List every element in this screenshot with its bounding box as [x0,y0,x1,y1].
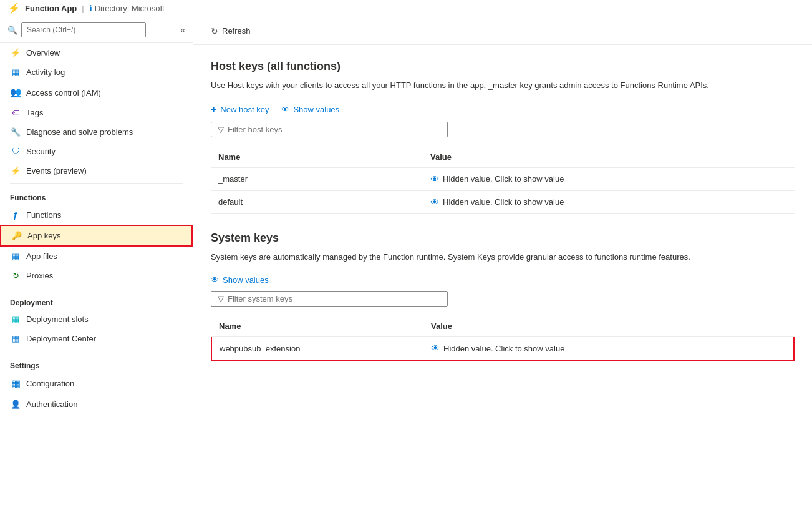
sidebar-item-functions[interactable]: ƒ Functions [0,205,193,225]
sidebar-item-access-control[interactable]: 👥 Access control (IAM) [0,82,193,103]
sidebar-item-label: Diagnose and solve problems [26,127,133,137]
sidebar: 🔍 « ⚡ Overview ▦ Activity log 👥 Access c… [0,17,193,520]
sidebar-item-diagnose[interactable]: 🔧 Diagnose and solve problems [0,122,193,142]
proxies-icon: ↻ [10,271,21,280]
show-values-label-system: Show values [223,275,269,285]
sidebar-item-label: Events (preview) [26,166,87,175]
sidebar-item-label: Access control (IAM) [26,88,101,97]
directory-label: ℹ Directory: Microsoft [89,4,165,13]
host-key-name-master: _master [211,167,423,191]
section-settings: Settings [0,354,193,373]
sidebar-item-authentication[interactable]: 👤 Authentication [0,395,193,414]
sidebar-item-label: App files [26,252,57,261]
sidebar-item-app-files[interactable]: ▦ App files [0,247,193,266]
hidden-value-text-webpubsub: Hidden value. Click to show value [443,344,564,353]
system-key-name-webpubsub: webpubsub_extension [211,336,423,360]
host-keys-filter-wrap: ▽ [211,122,795,137]
filter-icon-host: ▽ [218,125,224,134]
deployment-center-icon: ▦ [10,334,21,343]
host-keys-description: Use Host keys with your clients to acces… [211,79,772,92]
system-col-name: Name [211,316,423,336]
divider-functions [10,183,183,184]
host-col-name: Name [211,147,423,167]
sidebar-item-tags[interactable]: 🏷 Tags [0,103,193,122]
sidebar-item-deployment-slots[interactable]: ▦ Deployment slots [0,310,193,329]
diagnose-icon: 🔧 [10,127,21,137]
section-deployment: Deployment [0,291,193,310]
refresh-button[interactable]: ↻ Refresh [206,24,256,39]
sidebar-search-bar[interactable]: 🔍 « [0,17,193,43]
sidebar-item-label: Security [26,147,56,156]
new-host-key-button[interactable]: + New host key [211,104,269,115]
functions-icon: ƒ [10,210,21,220]
sidebar-item-label: Configuration [26,379,74,388]
access-control-icon: 👥 [10,87,21,98]
sidebar-item-proxies[interactable]: ↻ Proxies [0,266,193,285]
host-keys-table: Name Value _master 👁 Hidden value. Click… [211,147,795,214]
filter-icon-system: ▽ [218,294,224,303]
host-key-value-master[interactable]: 👁 Hidden value. Click to show value [423,167,795,191]
sidebar-item-deployment-center[interactable]: ▦ Deployment Center [0,329,193,348]
eye-icon-webpubsub: 👁 [431,343,440,353]
host-keys-actions: + New host key 👁 Show values [211,104,795,115]
search-icon: 🔍 [7,26,17,35]
sidebar-item-label: Deployment slots [26,315,89,324]
new-host-key-label: New host key [220,105,269,114]
events-icon: ⚡ [10,166,21,175]
sidebar-item-overview[interactable]: ⚡ Overview [0,43,193,62]
system-keys-table: Name Value webpubsub_extension 👁 Hidden … [211,316,795,361]
refresh-icon: ↻ [211,26,218,36]
host-key-value-default[interactable]: 👁 Hidden value. Click to show value [423,190,795,213]
authentication-icon: 👤 [10,400,21,409]
system-keys-filter-input[interactable] [228,294,441,303]
sidebar-item-events[interactable]: ⚡ Events (preview) [0,161,193,180]
eye-icon-default: 👁 [430,197,439,207]
sidebar-item-label: Authentication [26,400,77,409]
host-key-name-default: default [211,190,423,213]
collapse-button[interactable]: « [180,25,185,35]
system-keys-description: System keys are automatically managed by… [211,251,772,263]
table-row: default 👁 Hidden value. Click to show va… [211,190,795,213]
configuration-icon: ▦ [10,378,21,390]
separator: | [82,4,84,13]
table-row: _master 👁 Hidden value. Click to show va… [211,167,795,191]
sidebar-item-label: Functions [26,210,61,220]
system-keys-actions: 👁 Show values [211,275,795,285]
eye-icon-system: 👁 [211,275,219,285]
system-keys-filter[interactable]: ▽ [211,291,448,307]
sidebar-item-activity-log[interactable]: ▦ Activity log [0,62,193,82]
top-bar: ⚡ Function App | ℹ Directory: Microsoft [0,0,812,17]
host-keys-filter[interactable]: ▽ [211,122,448,137]
system-keys-heading: System keys [211,232,795,245]
content-scroll: Host keys (all functions) Use Host keys … [193,45,812,520]
plus-icon: + [211,104,216,115]
content-area: ↻ Refresh Host keys (all functions) Use … [193,17,812,520]
hidden-value-text-default: Hidden value. Click to show value [443,197,564,207]
host-keys-heading: Host keys (all functions) [211,60,795,73]
sidebar-item-configuration[interactable]: ▦ Configuration [0,373,193,395]
section-functions: Functions [0,186,193,205]
sidebar-item-app-keys[interactable]: 🔑 App keys [0,225,193,247]
tags-icon: 🏷 [10,108,21,117]
system-keys-filter-wrap: ▽ [211,291,795,307]
main-layout: 🔍 « ⚡ Overview ▦ Activity log 👥 Access c… [0,17,812,520]
divider-settings [10,351,183,351]
system-key-value-webpubsub[interactable]: 👁 Hidden value. Click to show value [423,336,794,360]
eye-icon-master: 👁 [430,174,439,184]
show-values-label: Show values [293,105,339,114]
sidebar-item-label: Tags [26,108,43,117]
eye-icon: 👁 [281,105,289,114]
search-input[interactable] [21,22,146,37]
info-icon: ℹ [89,4,92,13]
host-keys-filter-input[interactable] [228,125,441,134]
show-values-button-system[interactable]: 👁 Show values [211,275,269,285]
hidden-value-text-master: Hidden value. Click to show value [443,174,564,184]
sidebar-item-security[interactable]: 🛡 Security [0,142,193,161]
sidebar-item-label: App keys [27,231,60,240]
sidebar-item-label: Activity log [26,67,65,77]
sidebar-item-label: Proxies [26,271,53,280]
show-values-button-host[interactable]: 👁 Show values [281,105,339,114]
divider-deployment [10,288,183,288]
security-icon: 🛡 [10,147,21,156]
activity-log-icon: ▦ [10,67,21,77]
